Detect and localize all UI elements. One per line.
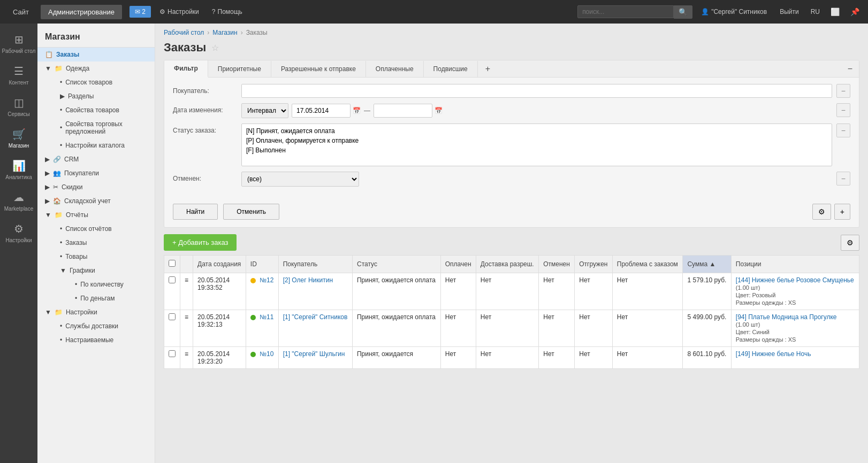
order-number-link[interactable]: №12 <box>260 276 273 284</box>
orders-gear-button[interactable]: ⚙ <box>841 235 859 251</box>
favorite-star[interactable]: ☆ <box>211 43 219 53</box>
col-shipped[interactable]: Отгружен <box>575 256 613 273</box>
col-positions[interactable]: Позиции <box>731 256 859 273</box>
help-link[interactable]: ? Помощь <box>208 6 247 18</box>
sidebar-item-by-count[interactable]: • По количеству <box>52 277 155 291</box>
tab-stuck[interactable]: Подвисшие <box>424 61 478 77</box>
status-remove-button[interactable]: − <box>836 124 850 137</box>
date-to[interactable] <box>374 104 432 118</box>
calendar-from-icon[interactable]: 📅 <box>353 107 361 114</box>
sidebar-item-reports-list[interactable]: • Список отчётов <box>45 222 155 236</box>
filter-plus-button[interactable]: + <box>834 204 850 220</box>
tab-paid[interactable]: Оплаченные <box>366 61 424 77</box>
order-number-link[interactable]: №10 <box>260 350 273 358</box>
sidebar-item-shop[interactable]: 🛒 Магазин <box>0 122 37 154</box>
position-link[interactable]: [94] Платье Модница на Прогулке <box>736 313 837 321</box>
sidebar-item-charts[interactable]: ▼ Графики <box>45 264 155 277</box>
row-checkbox[interactable] <box>169 350 176 357</box>
buyer-link[interactable]: [2] Олег Никитин <box>283 276 333 284</box>
cancelled-remove-button[interactable]: − <box>836 172 850 186</box>
sidebar-item-marketplace[interactable]: ☁ Marketplace <box>0 186 37 217</box>
col-date[interactable]: Дата создания <box>193 256 246 273</box>
find-button[interactable]: Найти <box>173 204 218 220</box>
search-input[interactable] <box>577 5 674 18</box>
remove-tab-button[interactable]: − <box>841 61 859 77</box>
add-tab-button[interactable]: + <box>479 61 497 77</box>
buyer-link[interactable]: [1] "Сергей" Ситников <box>283 313 348 321</box>
language-selector[interactable]: RU <box>808 6 823 18</box>
sidebar-item-buyers[interactable]: ▶ 👥 Покупатели <box>37 166 155 180</box>
date-interval-select[interactable]: Интервал <box>241 103 288 118</box>
bullet-icon4: • <box>60 142 62 149</box>
date-remove-button[interactable]: − <box>836 103 850 117</box>
site-button[interactable]: Сайт <box>5 5 36 19</box>
buyer-input[interactable] <box>241 84 832 98</box>
filter-gear-button[interactable]: ⚙ <box>812 204 831 220</box>
sidebar-item-orders[interactable]: 📋 Заказы <box>37 48 155 61</box>
user-menu[interactable]: 👤 "Сергей" Ситников <box>697 6 771 18</box>
sidebar-item-orders-report[interactable]: • Заказы <box>45 236 155 250</box>
sidebar-item-crm[interactable]: ▶ 🔗 CRM <box>37 152 155 166</box>
sidebar-item-warehouse[interactable]: ▶ 🏠 Складской учет <box>37 194 155 208</box>
sidebar-item-by-money[interactable]: • По деньгам <box>52 291 155 305</box>
search-button[interactable]: 🔍 <box>674 5 692 19</box>
col-sum[interactable]: Сумма ▲ <box>683 256 731 273</box>
window-icon[interactable]: ⬜ <box>827 5 843 18</box>
order-number-link[interactable]: №11 <box>260 313 273 321</box>
sidebar-item-delivery[interactable]: • Службы доставки <box>45 319 155 333</box>
status-listbox[interactable]: [N] Принят, ожидается оплата [P] Оплачен… <box>241 124 832 166</box>
tab-allowed-ship[interactable]: Разрешенные к отправке <box>271 61 366 77</box>
sidebar-item-services[interactable]: ◫ Сервисы <box>0 91 37 122</box>
sidebar-item-analytics[interactable]: 📊 Аналитика <box>0 154 37 186</box>
sidebar-item-products[interactable]: • Список товаров <box>45 75 155 89</box>
col-problem[interactable]: Проблема с заказом <box>612 256 683 273</box>
cancel-filter-button[interactable]: Отменить <box>223 204 279 220</box>
settings-link[interactable]: ⚙ Настройки <box>155 6 203 18</box>
pin-icon[interactable]: 📌 <box>847 5 863 18</box>
tab-priority[interactable]: Приоритетные <box>208 61 271 77</box>
col-status[interactable]: Статус <box>352 256 440 273</box>
sidebar-item-desktop[interactable]: ⊞ Рабочий стол <box>0 28 37 59</box>
row-menu[interactable]: ≡ <box>180 347 193 369</box>
row-menu[interactable]: ≡ <box>180 310 193 347</box>
sidebar-item-discounts[interactable]: ▶ ✂ Скидки <box>37 180 155 194</box>
sidebar-item-clothes[interactable]: ▼ 📁 Одежда <box>37 61 155 75</box>
calendar-to-icon[interactable]: 📅 <box>435 107 443 114</box>
sidebar-item-shop-settings[interactable]: ▼ 📁 Настройки <box>37 305 155 319</box>
position-link[interactable]: [144] Нижнее белье Розовое Смущенье <box>736 276 854 284</box>
admin-button[interactable]: Администрирование <box>41 5 122 19</box>
position-link[interactable]: [149] Нижнее белье Ночь <box>736 350 811 358</box>
sidebar-item-props[interactable]: • Свойства товаров <box>45 103 155 117</box>
buyer-link[interactable]: [1] "Сергей" Шульгин <box>283 350 345 358</box>
sidebar-item-offer-props[interactable]: • Свойства торговых предложений <box>45 117 155 138</box>
tab-filter[interactable]: Фильтр <box>164 60 208 78</box>
breadcrumb-desktop[interactable]: Рабочий стол <box>164 29 204 36</box>
select-all-checkbox[interactable] <box>169 260 176 267</box>
sidebar-item-sections[interactable]: ▶ Разделы <box>45 89 155 103</box>
orders-icon: 📋 <box>45 51 53 58</box>
sidebar-item-content[interactable]: ☰ Контент <box>0 59 37 91</box>
row-checkbox[interactable] <box>169 276 176 283</box>
col-cancelled[interactable]: Отменен <box>539 256 575 273</box>
sidebar-item-custom[interactable]: • Настраиваемые <box>45 333 155 347</box>
col-delivery[interactable]: Доставка разреш. <box>476 256 538 273</box>
row-checkbox[interactable] <box>169 313 176 320</box>
row-shipped: Нет <box>575 273 613 310</box>
notification-button[interactable]: ✉ 2 <box>130 6 151 18</box>
sidebar-item-settings[interactable]: ⚙ Настройки <box>0 217 37 249</box>
col-buyer[interactable]: Покупатель <box>278 256 352 273</box>
add-order-button[interactable]: + Добавить заказ <box>164 234 237 251</box>
cancelled-select[interactable]: (все) Да Нет <box>241 172 359 187</box>
row-status: Принят, ожидается оплата <box>352 273 440 310</box>
date-from[interactable] <box>292 104 351 118</box>
col-paid[interactable]: Оплачен <box>440 256 476 273</box>
row-menu[interactable]: ≡ <box>180 273 193 310</box>
buyer-remove-button[interactable]: − <box>836 84 850 98</box>
sidebar-item-goods[interactable]: • Товары <box>45 250 155 264</box>
logout-button[interactable]: Выйти <box>775 6 803 18</box>
breadcrumb-shop[interactable]: Магазин <box>212 29 237 36</box>
analytics-label: Аналитика <box>5 174 32 180</box>
col-id[interactable]: ID <box>246 256 278 273</box>
sidebar-item-reports[interactable]: ▼ 📁 Отчёты <box>37 208 155 222</box>
sidebar-item-catalog-settings[interactable]: • Настройки каталога <box>45 138 155 152</box>
